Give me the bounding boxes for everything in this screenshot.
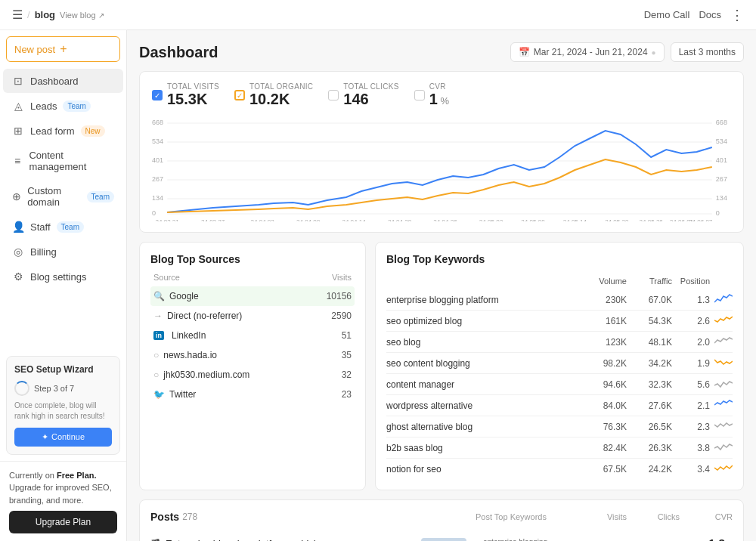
slash: / [27, 9, 30, 20]
source-visits-direct: 2590 [331, 311, 352, 321]
source-row-twitter[interactable]: 🐦 Twitter 23 [150, 385, 355, 404]
svg-text:668: 668 [152, 119, 163, 126]
stats-row: ✓ TOTAL VISITS 15.3K ✓ TOTAL ORGANIC 10.… [152, 82, 731, 108]
col-header-cvr: CVR [680, 512, 733, 521]
kw-position-2: 2.0 [672, 337, 710, 348]
kw-sparkline-2 [710, 335, 733, 348]
kw-sparkline-8 [710, 462, 733, 475]
posts-section: Posts 278 Post Top Keywords Visits Click… [139, 499, 744, 541]
wizard-step-text: Step 3 of 7 [34, 384, 74, 393]
kw-position-7: 3.8 [672, 443, 710, 453]
kw-row-2[interactable]: seo blog 123K 48.1K 2.0 [386, 332, 733, 353]
col-header-keywords: Post Top Keywords [476, 512, 574, 521]
stat-total-clicks: TOTAL CLICKS 146 [328, 82, 398, 108]
blog-settings-icon: ⚙ [12, 270, 24, 283]
upgrade-plan-button[interactable]: Upgrade Plan [9, 511, 117, 533]
svg-text:24.04.14: 24.04.14 [342, 218, 366, 221]
kw-row-5[interactable]: wordpress alternative 84.0K 27.6K 2.1 [386, 395, 733, 416]
view-blog-link[interactable]: View blog ↗ [60, 11, 104, 20]
sidebar-item-leads[interactable]: ◬ Leads Team [3, 94, 123, 118]
cvr-label: CVR [429, 82, 449, 91]
svg-text:24.05.02: 24.05.02 [479, 218, 503, 221]
sidebar-item-content-management[interactable]: ≡ Content management [3, 144, 123, 178]
sidebar-item-billing[interactable]: ◎ Billing [3, 240, 123, 264]
twitter-icon: 🐦 [153, 389, 165, 400]
calendar-icon: 📅 [519, 47, 530, 57]
post-action-icon-0[interactable]: ⊡ [332, 539, 339, 542]
kw-position-8: 3.4 [672, 464, 710, 475]
post-thumb-0 [421, 538, 466, 541]
period-button[interactable]: Last 3 months [671, 42, 744, 62]
hada-icon: ○ [153, 350, 159, 360]
kw-traffic-4: 32.3K [627, 379, 672, 390]
sidebar-item-custom-domain[interactable]: ⊕ Custom domain Team [3, 179, 123, 214]
kw-name-8: notion for seo [386, 464, 581, 475]
total-visits-checkbox[interactable]: ✓ [152, 90, 163, 100]
sidebar-item-lead-form[interactable]: ⊞ Lead form New [3, 119, 123, 143]
svg-text:134: 134 [716, 194, 727, 202]
wizard-continue-button[interactable]: ✦ Continue [14, 428, 112, 447]
source-name-medium: jhk0530.medium.com [163, 369, 249, 380]
medium-icon: ○ [153, 369, 159, 380]
seo-wizard: SEO Setup Wizard Step 3 of 7 Once comple… [6, 356, 120, 455]
kw-sparkline-5 [710, 399, 733, 412]
kw-row-6[interactable]: ghost alternative blog 76.3K 26.5K 2.3 [386, 416, 733, 437]
kw-row-3[interactable]: seo content blogging 98.2K 34.2K 1.9 [386, 353, 733, 374]
topbar-right: Demo Call Docs ⋮ [644, 7, 744, 23]
topbar-menu-icon[interactable]: ⋮ [730, 7, 744, 23]
wizard-step: Step 3 of 7 [14, 381, 112, 396]
col-header-clicks: Clicks [627, 512, 680, 521]
kw-traffic-2: 48.1K [627, 337, 672, 348]
kw-name-3: seo content blogging [386, 358, 581, 369]
svg-text:24.04.26: 24.04.26 [433, 218, 457, 221]
google-icon: 🔍 [153, 291, 165, 301]
source-row-hada[interactable]: ○ news.hada.io 35 [150, 345, 355, 365]
kw-volume-7: 82.4K [581, 443, 627, 453]
svg-text:24.05.26: 24.05.26 [640, 218, 664, 221]
wizard-description: Once complete, blog will rank high in se… [14, 400, 112, 422]
kw-volume-8: 67.5K [581, 464, 627, 475]
kw-row-0[interactable]: enterprise blogging platform 230K 67.0K … [386, 289, 733, 311]
kw-row-8[interactable]: notion for seo 67.5K 24.2K 3.4 [386, 459, 733, 479]
sources-panel: Blog Top Sources Source Visits 🔍 Google … [139, 242, 366, 490]
demo-call-link[interactable]: Demo Call [644, 9, 690, 20]
wizard-continue-label: Continue [51, 432, 85, 441]
source-row-google[interactable]: 🔍 Google 10156 [150, 286, 355, 306]
sidebar-item-dashboard[interactable]: ⊡ Dashboard [3, 69, 123, 93]
kw-row-4[interactable]: content manager 94.6K 32.3K 5.6 [386, 374, 733, 395]
cvr-checkbox[interactable] [414, 90, 425, 100]
date-range-button[interactable]: 📅 Mar 21, 2024 - Jun 21, 2024 ● [510, 42, 665, 62]
sources-panel-title: Blog Top Sources [150, 253, 355, 265]
docs-link[interactable]: Docs [699, 9, 721, 20]
menu-icon[interactable]: ☰ [12, 8, 23, 22]
source-name-linkedin: LinkedIn [172, 330, 206, 341]
new-post-plus-icon: + [60, 42, 67, 56]
source-visits-google: 10156 [327, 291, 352, 301]
post-title-0[interactable]: Enterprise blogging platform, which... [166, 538, 327, 541]
svg-text:0: 0 [716, 209, 720, 217]
kw-row-7[interactable]: b2b saas blog 82.4K 26.3K 3.8 [386, 437, 733, 459]
kw-row-1[interactable]: seo optimized blog 161K 54.3K 2.6 [386, 311, 733, 332]
kw-volume-2: 123K [581, 337, 627, 348]
sidebar-item-blog-settings[interactable]: ⚙ Blog settings [3, 264, 123, 289]
post-keywords-0: enterprise blogging platform alma - blog… [476, 538, 574, 541]
total-clicks-checkbox[interactable] [328, 90, 339, 100]
kw-position-1: 2.6 [672, 316, 710, 326]
source-row-linkedin[interactable]: in LinkedIn 51 [150, 326, 355, 345]
sidebar-item-label-lead-form: Lead form [30, 125, 75, 137]
kw-traffic-3: 34.2K [627, 358, 672, 369]
sources-table-header: Source Visits [150, 273, 355, 282]
source-row-medium[interactable]: ○ jhk0530.medium.com 32 [150, 365, 355, 385]
source-row-direct[interactable]: → Direct (no-referrer) 2590 [150, 306, 355, 326]
svg-text:24.06.07: 24.06.07 [689, 218, 713, 221]
post-clicks-0: 3 [627, 538, 680, 541]
total-organic-checkbox[interactable]: ✓ [234, 90, 245, 100]
kw-name-0: enterprise blogging platform [386, 295, 581, 305]
total-clicks-label: TOTAL CLICKS [343, 82, 398, 91]
new-post-button[interactable]: New post + [6, 36, 120, 62]
keywords-panel-title: Blog Top Keywords [386, 253, 733, 265]
sidebar-item-label-staff: Staff [30, 221, 51, 233]
sidebar-item-staff[interactable]: 👤 Staff Team [3, 215, 123, 239]
source-name-google: Google [169, 291, 199, 301]
dashboard-title: Dashboard [139, 44, 218, 61]
